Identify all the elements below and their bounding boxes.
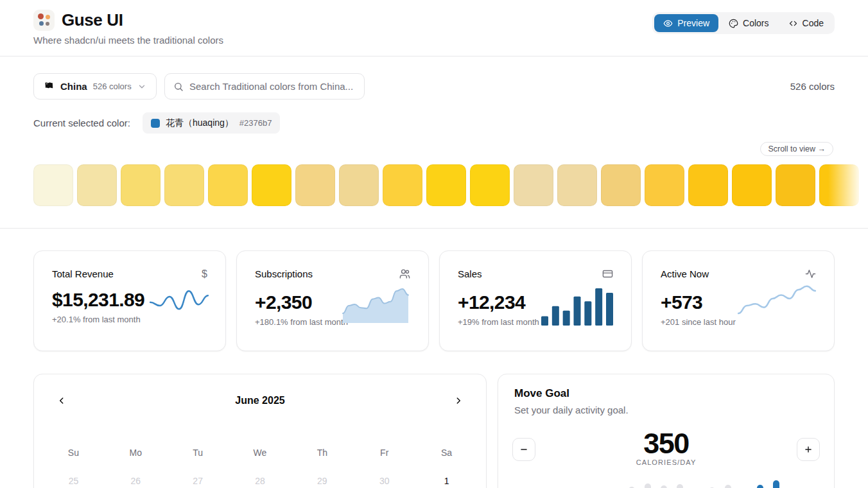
calendar-month-label: June 2025 bbox=[34, 395, 486, 406]
total-colors-count: 526 colors bbox=[790, 81, 835, 92]
code-tab-label: Code bbox=[803, 18, 824, 28]
color-swatch-15[interactable] bbox=[688, 164, 728, 206]
goal-bar bbox=[773, 480, 779, 488]
stat-card-active-now: Active Now +573 +201 since last hour bbox=[642, 250, 835, 351]
stat-change: +20.1% from last month bbox=[52, 315, 207, 325]
goal-bar bbox=[645, 484, 651, 488]
country-name: China bbox=[60, 81, 87, 92]
color-swatch-13[interactable] bbox=[601, 164, 641, 206]
stat-title: Sales bbox=[458, 268, 482, 279]
calendar-next-button[interactable] bbox=[449, 392, 467, 410]
stats-row: Total Revenue $ $15,231.89 +20.1% from l… bbox=[33, 250, 835, 351]
view-switcher: Preview Colors Code bbox=[652, 12, 835, 34]
calendar-date-30[interactable]: 30 bbox=[353, 468, 415, 488]
stat-title: Active Now bbox=[661, 268, 709, 279]
color-swatch-12[interactable] bbox=[557, 164, 597, 206]
calendar-day-header: Fr bbox=[353, 448, 415, 458]
move-goal-value: 350 bbox=[498, 427, 834, 460]
code-icon bbox=[788, 19, 798, 28]
stat-card-sales: Sales +12,234 +19% from last month bbox=[439, 250, 632, 351]
move-goal-title: Move Goal bbox=[514, 387, 569, 400]
calendar-week-row: 2526272829301 bbox=[42, 468, 478, 488]
colors-tab[interactable]: Colors bbox=[720, 14, 777, 32]
color-swatch-row bbox=[33, 164, 868, 206]
selected-color-badge: 花青（huaqing） #2376b7 bbox=[143, 112, 280, 134]
color-swatch-18[interactable] bbox=[819, 164, 859, 206]
goal-bar bbox=[757, 485, 763, 488]
calendar-day-header: Mo bbox=[105, 448, 167, 458]
plus-icon bbox=[804, 445, 813, 454]
stat-card-subscriptions: Subscriptions +2,350 +180.1% from last m… bbox=[236, 250, 429, 351]
active-now-sparkline bbox=[738, 279, 816, 318]
color-swatch-10[interactable] bbox=[470, 164, 510, 206]
move-goal-card: Move Goal Set your daily activity goal. … bbox=[498, 374, 835, 488]
scroll-to-view-button[interactable]: Scroll to view → bbox=[760, 142, 833, 156]
calendar-date-28[interactable]: 28 bbox=[229, 468, 291, 488]
color-swatch-16[interactable] bbox=[732, 164, 772, 206]
app-title: Guse UI bbox=[62, 10, 123, 30]
calendar-date-29[interactable]: 29 bbox=[291, 468, 353, 488]
app-logo-icon bbox=[33, 10, 55, 31]
chevron-down-icon bbox=[137, 82, 146, 91]
selected-color-hex: #2376b7 bbox=[239, 118, 272, 128]
color-swatch-7[interactable] bbox=[339, 164, 379, 206]
calendar-card: June 2025 SuMoTuWeThFrSa 2526272829301 bbox=[33, 374, 487, 488]
calendar-date-26[interactable]: 26 bbox=[105, 468, 167, 488]
search-input[interactable] bbox=[189, 81, 356, 92]
chevron-right-icon bbox=[454, 396, 463, 405]
calendar-date-27[interactable]: 27 bbox=[167, 468, 229, 488]
color-swatch-0[interactable] bbox=[33, 164, 73, 206]
color-swatch-3[interactable] bbox=[164, 164, 204, 206]
color-swatch-5[interactable] bbox=[252, 164, 291, 206]
calendar-date-25[interactable]: 25 bbox=[42, 468, 105, 488]
color-swatch-14[interactable] bbox=[645, 164, 684, 206]
app-header: Guse UI Where shadcn/ui meets the tradit… bbox=[0, 0, 868, 57]
goal-bar bbox=[677, 484, 683, 488]
stat-title: Subscriptions bbox=[255, 268, 313, 279]
revenue-sparkline bbox=[150, 288, 209, 314]
calendar-day-headers: SuMoTuWeThFrSa bbox=[42, 448, 478, 458]
sales-bar-chart bbox=[541, 288, 613, 326]
color-swatch-2[interactable] bbox=[121, 164, 161, 206]
subscriptions-sparkline bbox=[342, 287, 409, 323]
color-swatch-8[interactable] bbox=[383, 164, 422, 206]
stat-change: +180.1% from last month bbox=[255, 317, 350, 327]
selected-color-swatch bbox=[151, 119, 160, 128]
color-swatch-11[interactable] bbox=[514, 164, 553, 206]
move-goal-bar-chart bbox=[596, 477, 789, 488]
move-goal-unit: CALORIES/DAY bbox=[498, 458, 834, 466]
goal-bar bbox=[725, 485, 731, 488]
dollar-icon: $ bbox=[202, 268, 207, 279]
move-goal-subtitle: Set your daily activity goal. bbox=[514, 405, 629, 415]
stat-card-total-revenue: Total Revenue $ $15,231.89 +20.1% from l… bbox=[33, 250, 226, 351]
calendar-day-header: Sa bbox=[415, 448, 478, 458]
code-tab[interactable]: Code bbox=[779, 14, 833, 32]
country-color-count: 526 colors bbox=[93, 82, 132, 91]
color-swatch-1[interactable] bbox=[77, 164, 117, 206]
calendar-date-1[interactable]: 1 bbox=[415, 468, 478, 488]
color-swatch-6[interactable] bbox=[295, 164, 335, 206]
calendar-day-header: Tu bbox=[167, 448, 229, 458]
calendar-day-header: Su bbox=[42, 448, 105, 458]
goal-bar bbox=[661, 485, 667, 488]
color-swatch-9[interactable] bbox=[426, 164, 466, 206]
increase-goal-button[interactable] bbox=[797, 438, 820, 461]
search-box bbox=[164, 73, 365, 100]
calendar-day-header: We bbox=[229, 448, 291, 458]
calendar-day-header: Th bbox=[291, 448, 353, 458]
selected-color-label: Current selected color: bbox=[33, 118, 130, 128]
section-divider bbox=[0, 228, 868, 229]
preview-tab-label: Preview bbox=[677, 18, 709, 28]
stat-change: +201 since last hour bbox=[661, 317, 756, 327]
color-swatch-4[interactable] bbox=[208, 164, 248, 206]
color-swatch-17[interactable] bbox=[776, 164, 815, 206]
guse-ui-page: Guse UI Where shadcn/ui meets the tradit… bbox=[0, 0, 868, 488]
eye-icon bbox=[663, 19, 673, 28]
credit-card-icon bbox=[602, 268, 613, 282]
search-icon bbox=[173, 82, 184, 92]
app-subtitle: Where shadcn/ui meets the traditional co… bbox=[33, 35, 223, 46]
stat-title: Total Revenue bbox=[52, 268, 114, 279]
preview-tab[interactable]: Preview bbox=[654, 14, 718, 32]
country-select[interactable]: China 526 colors bbox=[33, 73, 157, 100]
colors-tab-label: Colors bbox=[743, 18, 768, 28]
